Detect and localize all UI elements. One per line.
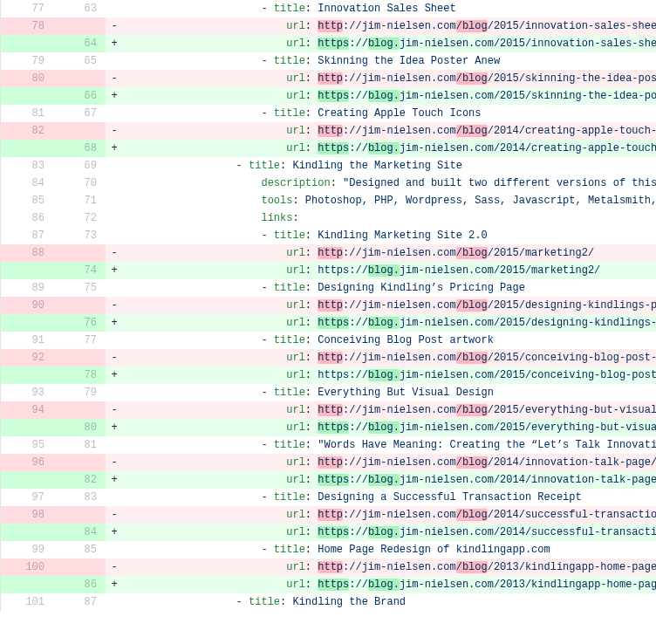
line-number-old[interactable]: 88 <box>1 244 53 262</box>
line-number-old[interactable]: 99 <box>1 541 53 558</box>
code-line[interactable]: url: https://blog.jim-nielsen.com/2015/e… <box>123 419 656 436</box>
code-line[interactable]: url: https://blog.jim-nielsen.com/2013/k… <box>123 576 656 593</box>
code-line[interactable]: - title: Designing Kindling’s Pricing Pa… <box>123 279 656 297</box>
line-number-old[interactable]: 79 <box>1 52 53 70</box>
code-line[interactable]: - title: Everything But Visual Design <box>123 384 656 401</box>
line-number-new[interactable]: 71 <box>53 192 106 209</box>
line-number-old[interactable]: 92 <box>1 349 53 367</box>
line-number-old[interactable] <box>1 314 53 332</box>
code-line[interactable]: url: https://blog.jim-nielsen.com/2014/s… <box>123 524 656 541</box>
line-number-new[interactable] <box>53 122 106 140</box>
line-number-new[interactable]: 79 <box>53 384 106 401</box>
line-number-old[interactable] <box>1 471 53 489</box>
line-number-new[interactable]: 76 <box>53 314 106 332</box>
line-number-old[interactable]: 85 <box>1 192 53 209</box>
line-number-old[interactable]: 97 <box>1 489 53 506</box>
line-number-new[interactable]: 81 <box>53 436 106 454</box>
code-line[interactable]: - title: Innovation Sales Sheet <box>123 0 656 17</box>
code-line[interactable]: url: https://blog.jim-nielsen.com/2015/m… <box>123 262 656 279</box>
line-number-new[interactable]: 66 <box>53 87 106 105</box>
line-number-old[interactable]: 95 <box>1 436 53 454</box>
code-line[interactable]: url: http://jim-nielsen.com/blog/2015/sk… <box>123 70 656 87</box>
line-number-new[interactable]: 86 <box>53 576 106 593</box>
code-line[interactable]: url: https://blog.jim-nielsen.com/2015/i… <box>123 35 656 52</box>
code-line[interactable]: url: http://jim-nielsen.com/blog/2015/ma… <box>123 244 656 262</box>
line-number-old[interactable] <box>1 87 53 105</box>
line-number-old[interactable] <box>1 262 53 279</box>
code-line[interactable]: url: http://jim-nielsen.com/blog/2014/in… <box>123 454 656 471</box>
line-number-new[interactable] <box>53 454 106 471</box>
line-number-new[interactable] <box>53 506 106 524</box>
code-line[interactable]: - title: Kindling Marketing Site 2.0 <box>123 227 656 244</box>
code-line[interactable]: url: https://blog.jim-nielsen.com/2015/d… <box>123 314 656 332</box>
line-number-new[interactable]: 73 <box>53 227 106 244</box>
line-number-new[interactable]: 83 <box>53 489 106 506</box>
line-number-old[interactable]: 96 <box>1 454 53 471</box>
code-line[interactable]: links: <box>123 209 656 227</box>
line-number-new[interactable] <box>53 70 106 87</box>
line-number-old[interactable]: 86 <box>1 209 53 227</box>
code-line[interactable]: - title: Creating Apple Touch Icons <box>123 105 656 122</box>
line-number-new[interactable]: 85 <box>53 541 106 558</box>
code-line[interactable]: - title: Designing a Successful Transact… <box>123 489 656 506</box>
line-number-new[interactable]: 80 <box>53 419 106 436</box>
line-number-new[interactable]: 82 <box>53 471 106 489</box>
code-line[interactable]: url: https://blog.jim-nielsen.com/2015/c… <box>123 367 656 384</box>
line-number-old[interactable]: 101 <box>1 593 53 611</box>
code-line[interactable]: url: https://blog.jim-nielsen.com/2014/i… <box>123 471 656 489</box>
code-line[interactable]: tools: Photoshop, PHP, Wordpress, Sass, … <box>123 192 656 209</box>
line-number-old[interactable]: 93 <box>1 384 53 401</box>
code-line[interactable]: url: http://jim-nielsen.com/blog/2015/in… <box>123 17 656 35</box>
code-line[interactable]: description: "Designed and built two dif… <box>123 175 656 192</box>
line-number-old[interactable]: 80 <box>1 70 53 87</box>
line-number-new[interactable]: 65 <box>53 52 106 70</box>
line-number-new[interactable]: 67 <box>53 105 106 122</box>
line-number-new[interactable]: 87 <box>53 593 106 611</box>
code-line[interactable]: - title: Skinning the Idea Poster Anew <box>123 52 656 70</box>
line-number-new[interactable] <box>53 244 106 262</box>
line-number-old[interactable]: 100 <box>1 558 53 576</box>
line-number-new[interactable] <box>53 558 106 576</box>
code-line[interactable]: - title: Kindling the Marketing Site <box>123 157 656 175</box>
line-number-new[interactable]: 63 <box>53 0 106 17</box>
line-number-old[interactable]: 89 <box>1 279 53 297</box>
line-number-old[interactable]: 87 <box>1 227 53 244</box>
code-line[interactable]: - title: Kindling the Brand <box>123 593 656 611</box>
code-line[interactable]: url: http://jim-nielsen.com/blog/2015/ev… <box>123 401 656 419</box>
code-line[interactable]: url: http://jim-nielsen.com/blog/2013/ki… <box>123 558 656 576</box>
line-number-old[interactable] <box>1 140 53 157</box>
line-number-new[interactable]: 69 <box>53 157 106 175</box>
code-line[interactable]: url: http://jim-nielsen.com/blog/2014/cr… <box>123 122 656 140</box>
line-number-new[interactable]: 68 <box>53 140 106 157</box>
line-number-old[interactable]: 81 <box>1 105 53 122</box>
line-number-old[interactable]: 90 <box>1 297 53 314</box>
code-line[interactable]: - title: Home Page Redesign of kindlinga… <box>123 541 656 558</box>
line-number-new[interactable]: 75 <box>53 279 106 297</box>
line-number-new[interactable]: 74 <box>53 262 106 279</box>
code-line[interactable]: url: http://jim-nielsen.com/blog/2014/su… <box>123 506 656 524</box>
line-number-old[interactable]: 78 <box>1 17 53 35</box>
code-line[interactable]: - title: Conceiving Blog Post artwork <box>123 332 656 349</box>
line-number-new[interactable]: 70 <box>53 175 106 192</box>
line-number-new[interactable] <box>53 17 106 35</box>
line-number-new[interactable]: 72 <box>53 209 106 227</box>
code-line[interactable]: url: https://blog.jim-nielsen.com/2014/c… <box>123 140 656 157</box>
line-number-new[interactable]: 78 <box>53 367 106 384</box>
line-number-new[interactable] <box>53 401 106 419</box>
line-number-old[interactable] <box>1 524 53 541</box>
line-number-old[interactable]: 94 <box>1 401 53 419</box>
line-number-old[interactable]: 91 <box>1 332 53 349</box>
line-number-old[interactable]: 84 <box>1 175 53 192</box>
line-number-old[interactable] <box>1 419 53 436</box>
line-number-new[interactable] <box>53 297 106 314</box>
line-number-old[interactable] <box>1 367 53 384</box>
line-number-old[interactable]: 98 <box>1 506 53 524</box>
line-number-old[interactable]: 82 <box>1 122 53 140</box>
line-number-old[interactable]: 83 <box>1 157 53 175</box>
line-number-old[interactable] <box>1 35 53 52</box>
code-line[interactable]: - title: "Words Have Meaning: Creating t… <box>123 436 656 454</box>
code-line[interactable]: url: http://jim-nielsen.com/blog/2015/co… <box>123 349 656 367</box>
line-number-new[interactable]: 84 <box>53 524 106 541</box>
code-line[interactable]: url: http://jim-nielsen.com/blog/2015/de… <box>123 297 656 314</box>
line-number-old[interactable]: 77 <box>1 0 53 17</box>
